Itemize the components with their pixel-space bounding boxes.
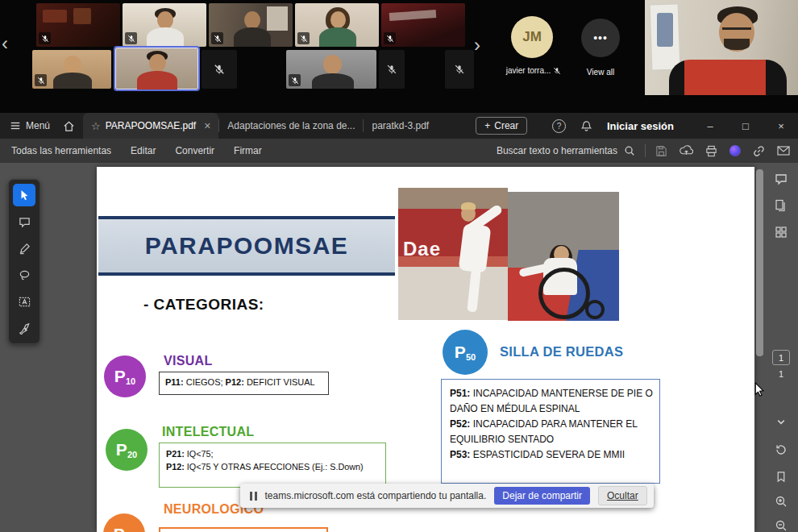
fill-sign-tool-button[interactable] bbox=[13, 317, 35, 339]
comment-icon bbox=[19, 216, 31, 228]
pause-icon bbox=[250, 492, 257, 501]
email-icon[interactable] bbox=[777, 146, 790, 156]
signature-pen-icon bbox=[19, 322, 31, 335]
next-page-button[interactable] bbox=[775, 416, 788, 428]
participant-video[interactable] bbox=[286, 50, 376, 89]
photo-wheelchair-athlete bbox=[508, 192, 619, 321]
grid-icon bbox=[775, 226, 788, 239]
visual-classification-box: P11: CIEGOS; P12: DEFICIT VISUAL bbox=[159, 372, 329, 395]
lasso-icon bbox=[19, 269, 31, 281]
stop-sharing-button[interactable]: Dejar de compartir bbox=[494, 487, 590, 505]
convert-menu[interactable]: Convertir bbox=[175, 145, 214, 156]
mic-muted-icon bbox=[289, 74, 301, 86]
tab-parapoomsae[interactable]: ☆ PARAPOOMSAE.pdf × bbox=[83, 113, 218, 139]
vertical-scrollbar[interactable] bbox=[756, 169, 763, 356]
category-label-silla: SILLA DE RUEDAS bbox=[500, 344, 623, 360]
tab-paratkd[interactable]: paratkd-3.pdf bbox=[364, 113, 437, 139]
category-badge-p20: P20 bbox=[106, 429, 148, 471]
ellipsis-icon: ••• bbox=[593, 31, 608, 44]
comments-panel-button[interactable] bbox=[775, 172, 788, 185]
participant-video-active-speaker[interactable] bbox=[115, 48, 198, 89]
all-tools-menu[interactable]: Todas las herramientas bbox=[11, 145, 111, 156]
right-rail: 1 1 bbox=[764, 163, 798, 532]
poster-graphic bbox=[657, 13, 673, 47]
text-box-icon bbox=[19, 296, 31, 308]
page-thumbnails-button[interactable] bbox=[775, 199, 788, 212]
current-page-input[interactable]: 1 bbox=[772, 350, 790, 365]
home-button[interactable] bbox=[63, 120, 75, 132]
mic-muted-icon bbox=[35, 74, 47, 86]
slide-photos: Dae bbox=[398, 188, 619, 321]
hide-banner-button[interactable]: Ocultar bbox=[598, 486, 647, 505]
text-box-tool-button[interactable] bbox=[13, 290, 35, 313]
edit-menu[interactable]: Editar bbox=[131, 145, 156, 156]
chevron-down-icon bbox=[775, 416, 788, 428]
print-icon[interactable] bbox=[705, 145, 717, 157]
participant-video[interactable] bbox=[202, 50, 237, 89]
home-icon bbox=[63, 120, 75, 132]
highlight-tool-button[interactable] bbox=[13, 237, 35, 260]
select-tool-button[interactable] bbox=[13, 184, 35, 206]
mic-muted-icon bbox=[387, 64, 397, 75]
window-minimize-button[interactable]: – bbox=[700, 120, 721, 132]
participant-video[interactable] bbox=[379, 50, 405, 89]
acrobat-toolbar: Todas las herramientas Editar Convertir … bbox=[0, 139, 798, 164]
sign-menu[interactable]: Firmar bbox=[234, 145, 262, 156]
search-label: Buscar texto o herramientas bbox=[497, 145, 617, 156]
participant-video[interactable] bbox=[123, 3, 206, 47]
participant-video[interactable] bbox=[36, 3, 120, 47]
participant-video-large[interactable] bbox=[645, 0, 798, 95]
tab-adaptaciones[interactable]: Adaptaciones de la zona de... bbox=[219, 113, 363, 139]
bookmark-button[interactable] bbox=[775, 471, 788, 483]
pdf-page: PARAPOOMSAE Dae bbox=[97, 167, 754, 532]
plus-icon: + bbox=[484, 120, 490, 131]
rotate-page-button[interactable] bbox=[775, 443, 788, 456]
toolbar-divider bbox=[645, 144, 646, 157]
participant-video[interactable] bbox=[32, 50, 111, 89]
zoom-in-icon bbox=[775, 495, 788, 508]
participant-video[interactable] bbox=[381, 3, 465, 47]
participant-video[interactable] bbox=[209, 3, 293, 47]
category-badge-p10: P10 bbox=[104, 355, 146, 397]
mouse-cursor bbox=[754, 382, 765, 401]
menu-button[interactable]: Menú bbox=[10, 120, 50, 131]
photo-standing-athlete: Dae bbox=[398, 188, 508, 320]
participant-avatar[interactable]: JM bbox=[511, 16, 553, 58]
cloud-upload-icon[interactable] bbox=[680, 145, 693, 156]
participant-video[interactable] bbox=[445, 50, 474, 89]
more-panels-button[interactable] bbox=[775, 226, 788, 239]
intelectual-classification-box: P21: IQ<75; P12: IQ<75 Y OTRAS AFECCIONE… bbox=[159, 443, 386, 488]
star-icon[interactable]: ☆ bbox=[91, 120, 101, 132]
notifications-bell-icon[interactable] bbox=[580, 120, 592, 132]
bookmark-icon bbox=[775, 471, 788, 483]
help-icon[interactable]: ? bbox=[552, 119, 566, 133]
mic-muted-icon bbox=[384, 32, 396, 44]
sign-in-button[interactable]: Iniciar sesión bbox=[607, 120, 674, 132]
mic-muted-icon bbox=[211, 32, 223, 44]
search-bar[interactable]: Buscar texto o herramientas bbox=[497, 145, 635, 156]
search-icon[interactable] bbox=[624, 145, 635, 156]
scroll-right-icon[interactable]: › bbox=[474, 35, 480, 55]
zoom-in-button[interactable] bbox=[775, 495, 788, 508]
window-maximize-button[interactable]: □ bbox=[735, 120, 756, 132]
zoom-out-button[interactable] bbox=[775, 519, 788, 532]
comment-tool-button[interactable] bbox=[13, 210, 35, 233]
person-glasses bbox=[722, 27, 751, 35]
scroll-left-icon[interactable]: ‹ bbox=[2, 34, 8, 53]
highlighter-icon bbox=[19, 243, 31, 255]
silla-classification-box: P51: INCAPACIDAD MANTENERSE DE PIE O DAÑ… bbox=[441, 379, 660, 484]
view-all-button[interactable]: ••• bbox=[581, 19, 620, 57]
zoom-out-icon bbox=[775, 519, 788, 532]
lasso-tool-button[interactable] bbox=[13, 264, 35, 286]
close-tab-icon[interactable]: × bbox=[204, 119, 210, 132]
ai-assistant-icon[interactable] bbox=[729, 145, 741, 156]
mic-muted-icon bbox=[214, 64, 225, 75]
participant-video[interactable] bbox=[295, 3, 379, 47]
link-icon[interactable] bbox=[753, 145, 765, 157]
window-close-button[interactable]: × bbox=[771, 120, 792, 132]
save-icon[interactable] bbox=[655, 145, 667, 157]
hamburger-icon bbox=[10, 120, 21, 131]
pages-icon bbox=[775, 199, 788, 212]
create-button[interactable]: + Crear bbox=[476, 117, 527, 135]
mic-muted-icon bbox=[297, 32, 310, 44]
